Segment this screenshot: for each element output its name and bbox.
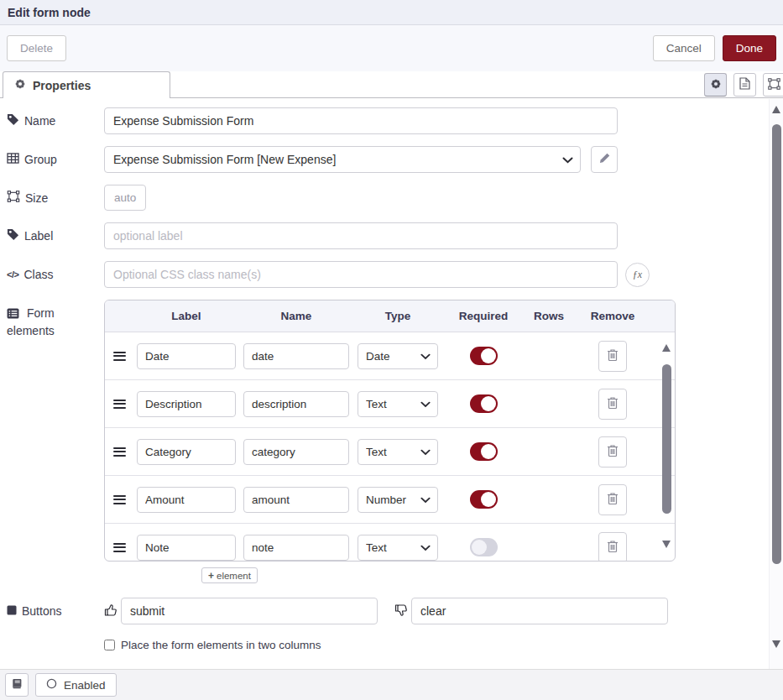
elements-table: Label Name Type Required Rows Remove — [104, 300, 676, 562]
element-label-input[interactable] — [137, 439, 236, 465]
delete-button[interactable]: Delete — [7, 35, 66, 61]
remove-element-button[interactable] — [598, 484, 627, 515]
tab-properties-label: Properties — [33, 79, 91, 92]
remove-element-button[interactable] — [598, 436, 627, 468]
col-header-label: Label — [133, 310, 239, 322]
edit-form-node-dialog: Edit form node Delete Cancel Done Proper… — [0, 0, 783, 700]
document-icon — [739, 77, 750, 92]
dialog-title-bar: Edit form node — [0, 0, 783, 25]
add-element-button[interactable]: +element — [201, 567, 258, 583]
element-row: Date — [105, 332, 675, 380]
size-row: Size auto — [7, 185, 783, 211]
required-toggle[interactable] — [470, 442, 498, 461]
element-type-select[interactable]: Text — [358, 535, 438, 561]
tab-properties[interactable]: Properties — [3, 71, 170, 98]
clear-button-field[interactable] — [411, 598, 668, 624]
size-button[interactable]: auto — [104, 185, 146, 211]
tab-tools — [704, 73, 783, 97]
description-tool-button[interactable] — [733, 73, 756, 97]
drag-handle-icon[interactable] — [113, 352, 126, 361]
name-label: Name — [7, 113, 104, 128]
pencil-icon — [599, 153, 610, 166]
buttons-row: Buttons — [7, 598, 783, 624]
element-row: Text — [105, 428, 675, 476]
fx-icon[interactable]: ƒx — [625, 263, 650, 287]
col-header-type: Type — [353, 310, 442, 322]
remove-element-button[interactable] — [598, 341, 627, 372]
scrollbar-thumb[interactable] — [662, 364, 671, 514]
two-columns-label: Place the form elements in two columns — [121, 639, 321, 651]
enabled-label: Enabled — [64, 679, 106, 692]
col-header-required: Required — [442, 310, 525, 322]
element-label-input[interactable] — [137, 391, 236, 417]
element-label-input[interactable] — [137, 535, 236, 561]
gear-icon — [710, 78, 722, 92]
elements-scrollbar[interactable] — [660, 332, 673, 561]
element-name-input[interactable] — [243, 439, 349, 465]
node-enabled-button[interactable]: Enabled — [35, 673, 117, 697]
label-label: Label — [7, 228, 104, 243]
trash-icon — [607, 348, 619, 364]
scroll-up-icon[interactable] — [662, 344, 671, 352]
element-name-input[interactable] — [243, 391, 349, 417]
drag-handle-icon[interactable] — [113, 447, 126, 457]
drag-handle-icon[interactable] — [113, 495, 126, 504]
gear-icon — [14, 78, 26, 92]
class-input[interactable] — [104, 261, 618, 288]
form-elements-label: Form elements — [7, 300, 104, 339]
thumbs-up-icon — [104, 603, 117, 619]
two-columns-row: Place the form elements in two columns — [104, 639, 783, 651]
remove-element-button[interactable] — [598, 532, 627, 562]
properties-panel: Name Group Expense Submission Form [New … — [0, 98, 783, 669]
trash-icon — [607, 396, 619, 412]
tag-icon — [7, 113, 19, 128]
required-toggle[interactable] — [470, 538, 498, 556]
scroll-up-icon[interactable] — [772, 106, 780, 113]
group-select[interactable]: Expense Submission Form [New Expense] — [104, 146, 581, 173]
scroll-down-icon[interactable] — [662, 541, 671, 548]
element-type-select[interactable]: Text — [358, 439, 438, 465]
element-name-input[interactable] — [243, 343, 349, 369]
required-toggle[interactable] — [470, 347, 498, 365]
element-label-input[interactable] — [137, 487, 236, 513]
element-type-select[interactable]: Text — [358, 391, 438, 417]
properties-tool-button[interactable] — [704, 73, 727, 97]
appearance-tool-button[interactable] — [763, 73, 783, 97]
two-columns-checkbox[interactable] — [104, 640, 115, 650]
done-button[interactable]: Done — [723, 35, 776, 61]
element-name-input[interactable] — [243, 487, 349, 513]
tab-bar: Properties — [0, 71, 783, 98]
code-icon: </> — [7, 269, 18, 279]
tag-icon — [7, 228, 19, 243]
footer-bar: Enabled — [0, 669, 783, 700]
scroll-down-icon[interactable] — [772, 640, 780, 648]
group-label: Group — [7, 153, 104, 166]
element-name-input[interactable] — [243, 535, 349, 561]
edit-group-button[interactable] — [591, 146, 618, 173]
remove-element-button[interactable] — [598, 389, 627, 420]
table-icon — [7, 153, 19, 166]
thumbs-down-icon — [394, 603, 408, 619]
panel-scrollbar[interactable] — [769, 99, 783, 669]
object-group-icon — [7, 191, 20, 205]
scrollbar-thumb[interactable] — [772, 124, 781, 564]
submit-button-field[interactable] — [121, 598, 378, 624]
buttons-label: Buttons — [7, 604, 104, 618]
element-row: Number — [105, 476, 675, 524]
required-toggle[interactable] — [470, 394, 498, 413]
element-label-input[interactable] — [137, 343, 236, 369]
element-type-select[interactable]: Date — [358, 343, 438, 369]
drag-handle-icon[interactable] — [113, 400, 126, 409]
size-label: Size — [7, 191, 104, 205]
form-elements-row: Form elements Label Name Type Required R… — [7, 300, 783, 583]
drag-handle-icon[interactable] — [113, 543, 126, 552]
trash-icon — [607, 444, 619, 460]
required-toggle[interactable] — [470, 490, 498, 509]
plus-icon: + — [208, 570, 214, 582]
label-input[interactable] — [104, 222, 618, 249]
col-header-name: Name — [239, 310, 353, 322]
cancel-button[interactable]: Cancel — [653, 35, 715, 61]
show-help-button[interactable] — [5, 673, 29, 697]
element-type-select[interactable]: Number — [358, 487, 438, 513]
name-input[interactable] — [104, 107, 618, 134]
